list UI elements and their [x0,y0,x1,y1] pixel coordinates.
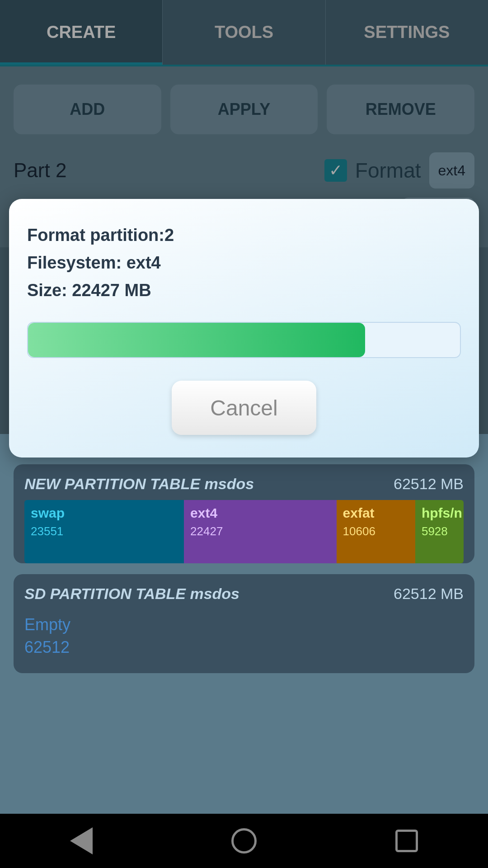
partition-bar-swap[interactable]: swap 23551 [24,500,184,563]
sd-empty-label: Empty [24,615,464,634]
new-partition-table: NEW PARTITION TABLE msdos 62512 MB swap … [14,464,474,563]
progress-container [27,322,461,358]
bar-hpfs-size: 5928 [422,524,457,538]
partition-bar-exfat[interactable]: exfat 10606 [337,500,415,563]
bar-ext4-size: 22427 [190,524,330,538]
sd-partition-table: SD PARTITION TABLE msdos 62512 MB Empty … [14,574,474,673]
bar-exfat-size: 10606 [343,524,409,538]
home-icon [231,828,257,854]
partitions-section: NEW PARTITION TABLE msdos 62512 MB swap … [0,455,488,687]
progress-bar [28,323,365,357]
dialog-line3: Size: 22427 MB [27,277,461,304]
dialog-line1: Format partition:2 [27,222,461,249]
recents-icon [395,830,418,852]
bar-exfat-name: exfat [343,505,409,521]
bar-ext4-name: ext4 [190,505,330,521]
new-table-title: NEW PARTITION TABLE msdos [24,475,254,493]
new-table-size: 62512 MB [394,475,464,493]
new-table-header: NEW PARTITION TABLE msdos 62512 MB [24,475,464,493]
nav-back-button[interactable] [63,823,99,859]
dialog-info: Format partition:2 Filesystem: ext4 Size… [27,222,461,304]
partition-bar-ext4[interactable]: ext4 22427 [184,500,337,563]
nav-bar [0,814,488,868]
sd-empty-size: 62512 [24,638,464,657]
sd-empty-bar: Empty 62512 [24,610,464,662]
bar-swap-name: swap [31,505,178,521]
partition-bars: swap 23551 ext4 22427 exfat 10606 hpfs/n… [24,500,464,563]
bar-swap-size: 23551 [31,524,178,538]
bar-hpfs-name: hpfs/n [422,505,457,521]
nav-home-button[interactable] [226,823,262,859]
back-icon [70,827,93,854]
sd-table-title: SD PARTITION TABLE msdos [24,585,239,603]
cancel-button[interactable]: Cancel [172,381,316,435]
nav-recents-button[interactable] [389,823,425,859]
sd-table-size: 62512 MB [394,585,464,603]
dialog-line2: Filesystem: ext4 [27,249,461,277]
sd-table-header: SD PARTITION TABLE msdos 62512 MB [24,585,464,603]
format-dialog: Format partition:2 Filesystem: ext4 Size… [9,199,479,458]
partition-bar-hpfs[interactable]: hpfs/n 5928 [415,500,464,563]
